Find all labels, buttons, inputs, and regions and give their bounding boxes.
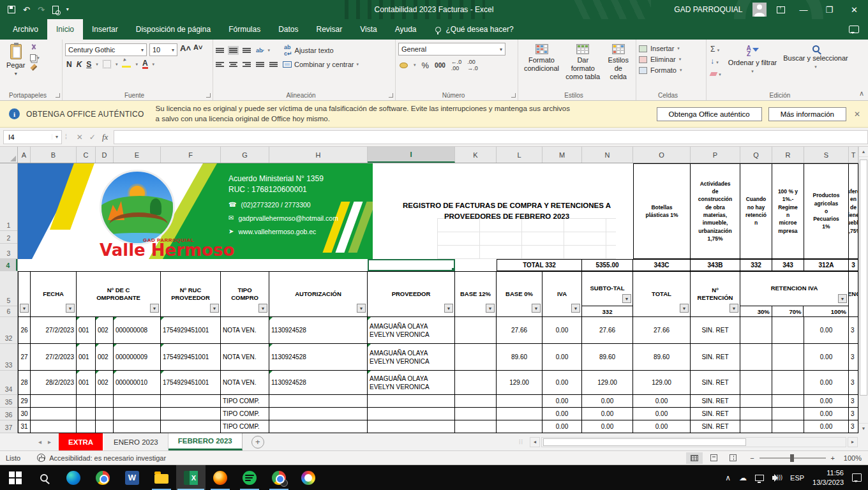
cell-S32[interactable]: 0.00 [804,317,849,344]
column-header-S[interactable]: S [804,147,849,163]
cell-F37[interactable] [161,420,221,433]
cell-C36[interactable] [77,408,96,420]
cell-Q34[interactable] [740,371,772,395]
row-header-3[interactable]: 3 [0,244,17,259]
cell-B36[interactable] [31,408,77,420]
cut-button[interactable] [30,44,40,52]
font-size-dropdown-icon[interactable]: ▾ [169,47,174,53]
filter-icon-F[interactable]: ▼ [210,304,219,313]
cell-Q36[interactable] [740,408,772,420]
filter-icon-QRS[interactable]: ▼ [838,294,847,303]
cell-G34[interactable]: NOTA VEN. [221,371,269,395]
cell-A36[interactable]: 30 [18,408,31,420]
cell-H37[interactable] [269,420,368,433]
cell-N34[interactable]: 129.00 [582,371,633,395]
print-preview-icon[interactable] [52,6,59,14]
cell-N37[interactable]: 0.00 [582,420,633,433]
cell-I32[interactable]: AMAGUAÑA OLAYA EVELYN VERONICA [368,317,455,344]
cell-B37[interactable] [31,420,77,433]
cell-H36[interactable] [269,408,368,420]
cell-T32[interactable]: 3 [849,317,858,344]
align-middle-icon[interactable] [229,47,237,54]
clock[interactable]: 11:56 13/3/2023 [812,468,844,487]
tab-archivo[interactable]: Archivo [4,19,47,40]
percent-style-icon[interactable]: % [422,61,430,70]
font-name-dropdown-icon[interactable]: ▾ [138,47,144,53]
cell-R34[interactable] [772,371,804,395]
tab-inicio[interactable]: Inicio [47,19,83,40]
increase-font-icon[interactable]: A˄ [180,43,191,56]
tab-vista[interactable]: Vista [351,19,385,40]
cell-I35[interactable] [368,395,455,408]
align-center-icon[interactable] [229,61,237,68]
font-dialog-launcher-icon[interactable] [206,93,211,98]
cell-H32[interactable]: 1130924528 [269,317,368,344]
paste-button[interactable]: Pegar ▾ [3,43,29,90]
cell-A32[interactable]: 26 [18,317,31,344]
cell-F32[interactable]: 1754929451001 [161,317,221,344]
tab-ayuda[interactable]: Ayuda [386,19,426,40]
taskbar-paint-button[interactable] [294,465,323,490]
cell-O35[interactable]: 0.00 [633,395,691,408]
cell-E36[interactable] [114,408,161,420]
decrease-decimal-icon[interactable]: .00→.0 [467,59,478,71]
scroll-down-icon[interactable]: ▼ [859,423,868,433]
cell-M37[interactable]: 0.00 [542,420,582,433]
accounting-format-icon[interactable] [400,63,408,68]
tab-datos[interactable]: Datos [269,19,307,40]
onedrive-icon[interactable]: ☁ [739,473,747,482]
sheet-tab-extra[interactable]: EXTRA [59,433,104,450]
column-header-D[interactable]: D [96,147,114,163]
cell-P32[interactable]: SIN. RET [691,317,740,344]
learn-more-button[interactable]: Más información [768,107,846,121]
sheet-nav-left-icon[interactable]: ◂ [38,438,41,445]
cell-K37[interactable] [455,420,497,433]
zoom-slider-thumb[interactable] [790,454,794,462]
taskbar-spotify-button[interactable] [235,465,264,490]
increase-indent-icon[interactable] [269,61,278,68]
taskbar-search-button[interactable] [29,465,59,490]
cell-F36[interactable] [161,408,221,420]
customize-quick-access-icon[interactable]: ▾ [66,7,69,12]
autosum-icon[interactable]: Σ ▾ [710,45,721,54]
conditional-formatting-button[interactable]: Formato condicional [521,43,562,90]
cell-B33[interactable]: 27/2/2023 [31,344,77,371]
align-left-icon[interactable] [216,61,224,68]
save-icon[interactable] [8,6,15,13]
cell-E34[interactable]: 000000010 [114,371,161,395]
font-name-select[interactable]: Century Gothic ▾ [65,43,147,56]
insert-function-icon[interactable]: fx [102,132,108,142]
align-top-icon[interactable] [216,47,224,54]
show-hidden-icons[interactable]: ∧ [725,473,731,482]
cell-L36[interactable] [497,408,542,420]
orientation-icon[interactable]: ab̷ [256,47,263,54]
enter-formula-icon[interactable]: ✓ [89,133,96,142]
cell-Q33[interactable] [740,344,772,371]
hscroll-left-icon[interactable]: ◂ [530,437,540,447]
cell-O34[interactable]: 129.00 [633,371,691,395]
cell-D32[interactable]: 002 [96,317,114,344]
cell-G33[interactable]: NOTA VEN. [221,344,269,371]
cell-F34[interactable]: 1754929451001 [161,371,221,395]
decrease-font-icon[interactable]: A˅ [193,43,202,56]
taskbar-start-button[interactable] [0,465,29,490]
new-sheet-icon[interactable]: + [251,436,264,449]
row-header-34[interactable]: 34 [0,371,17,395]
column-header-K[interactable]: K [455,147,497,163]
taskbar-explorer-button[interactable] [147,465,176,490]
redo-icon[interactable]: ↷ [38,6,45,14]
cell-N33[interactable]: 89.60 [582,344,633,371]
row-header-37[interactable]: 37 [0,420,17,433]
taskbar-chrome-app-button[interactable] [264,465,294,490]
sheet-nav-right-icon[interactable]: ▸ [48,438,51,445]
column-header-O[interactable]: O [633,147,691,163]
cell-B35[interactable] [31,395,77,408]
alignment-dialog-launcher-icon[interactable] [389,93,393,98]
column-header-E[interactable]: E [114,147,161,163]
page-layout-view-button[interactable] [705,452,722,464]
cell-O33[interactable]: 89.60 [633,344,691,371]
cell-H35[interactable] [269,395,368,408]
vertical-scrollbar[interactable]: ▲ ▼ [858,147,868,433]
column-header-P[interactable]: P [691,147,740,163]
cell-R35[interactable] [772,395,804,408]
